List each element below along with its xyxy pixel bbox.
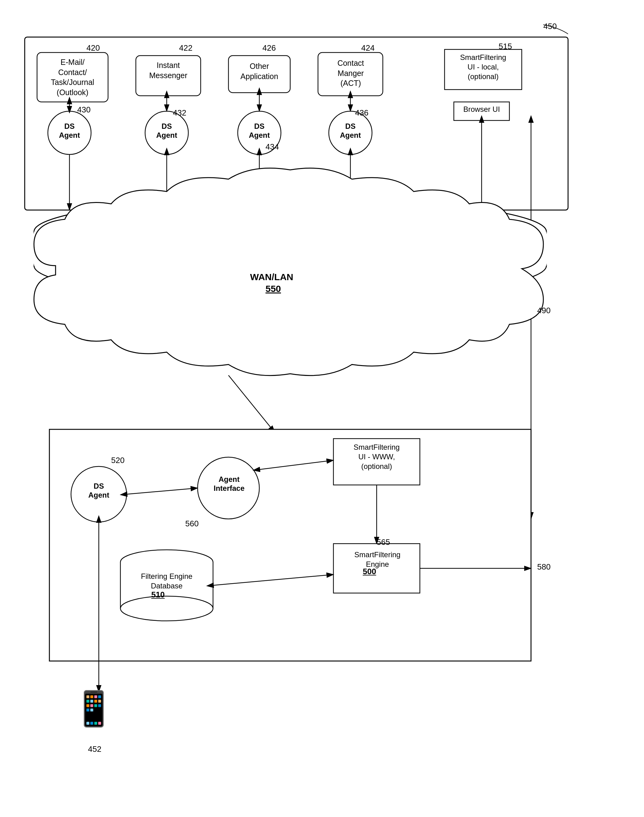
mobile-device-icon: 📱 bbox=[72, 689, 115, 729]
ref-520: 520 bbox=[111, 456, 124, 465]
diagram-container: 450 E-Mail/Contact/Task/Journal(Outlook)… bbox=[18, 12, 624, 803]
svg-point-36 bbox=[120, 550, 213, 574]
ref-510: 510 bbox=[151, 590, 164, 599]
ref-426: 426 bbox=[262, 43, 276, 53]
svg-point-40 bbox=[120, 596, 213, 621]
svg-line-41 bbox=[213, 574, 333, 585]
ref-432: 432 bbox=[173, 108, 186, 118]
svg-line-33 bbox=[259, 460, 333, 470]
ref-422: 422 bbox=[179, 43, 192, 53]
ds-agent-430-label: DSAgent bbox=[54, 122, 85, 140]
browser-ui-label: Browser UI bbox=[455, 105, 508, 114]
ref-580: 580 bbox=[537, 562, 550, 572]
agent-interface-label: AgentInterface bbox=[207, 475, 251, 493]
ref-434: 434 bbox=[265, 142, 279, 152]
svg-line-27 bbox=[228, 375, 275, 432]
instant-messenger-label: InstantMessenger bbox=[137, 60, 199, 80]
smart-filtering-engine-label: SmartFilteringEngine bbox=[335, 550, 420, 569]
ds-agent-434-label: DSAgent bbox=[244, 122, 275, 140]
smart-filtering-ui-local-label: SmartFilteringUI - local,(optional) bbox=[446, 52, 520, 81]
other-app-label: OtherApplication bbox=[230, 61, 289, 81]
contact-manager-label: ContactManger(ACT) bbox=[320, 58, 382, 88]
ref-560: 560 bbox=[185, 519, 198, 528]
ref-452: 452 bbox=[88, 745, 101, 754]
svg-point-24 bbox=[34, 198, 546, 266]
wan-lan-label: WAN/LAN bbox=[250, 272, 293, 282]
ref-420: 420 bbox=[86, 43, 100, 53]
ref-430: 430 bbox=[77, 105, 90, 115]
ds-agent-436-label: DSAgent bbox=[335, 122, 366, 140]
smart-filtering-ui-www-label: SmartFilteringUI - WWW,(optional) bbox=[335, 442, 418, 471]
filtering-engine-db-label: Filtering EngineDatabase bbox=[124, 571, 210, 591]
svg-rect-26 bbox=[34, 232, 546, 266]
ds-agent-520-label: DSAgent bbox=[83, 482, 114, 500]
ref-436: 436 bbox=[355, 108, 368, 118]
ref-424: 424 bbox=[361, 43, 374, 53]
email-app-label: E-Mail/Contact/Task/Journal(Outlook) bbox=[38, 57, 106, 97]
ref-500: 500 bbox=[363, 567, 376, 576]
ds-agent-432-label: DSAgent bbox=[151, 122, 182, 140]
svg-point-25 bbox=[34, 232, 546, 299]
svg-line-31 bbox=[127, 488, 198, 494]
wan-lan-ref: 550 bbox=[265, 284, 281, 294]
ref-450: 450 bbox=[543, 22, 557, 31]
ref-515: 515 bbox=[498, 42, 512, 51]
ref-490: 490 bbox=[537, 306, 550, 315]
ref-565: 565 bbox=[377, 538, 390, 547]
